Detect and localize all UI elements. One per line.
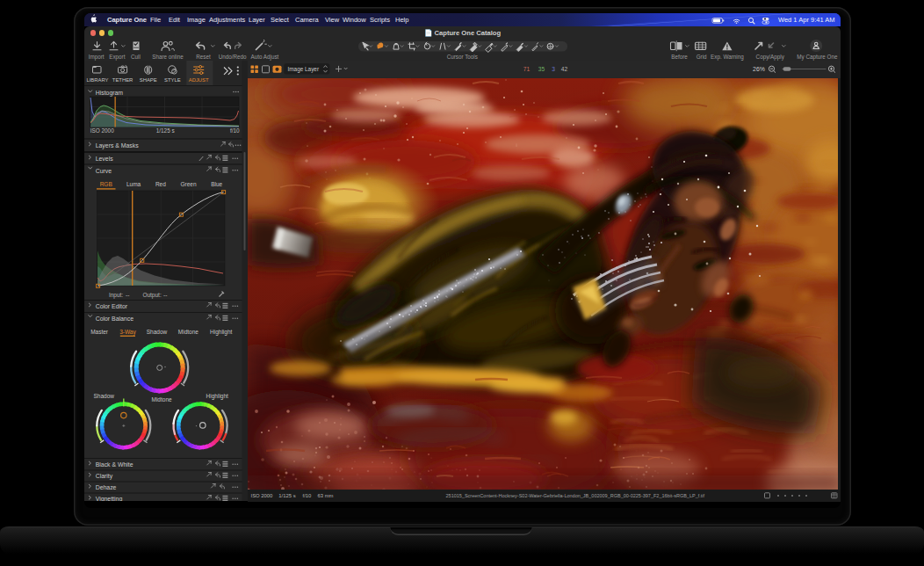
svg-text:TETHER: TETHER — [112, 77, 134, 83]
svg-text:f/10: f/10 — [302, 493, 312, 498]
svg-text:Red: Red — [155, 181, 166, 187]
svg-text:Vignetting: Vignetting — [96, 496, 123, 502]
svg-text:1/125 s: 1/125 s — [278, 493, 295, 498]
svg-text:Cull: Cull — [131, 54, 141, 60]
svg-text:Input:: Input: — [109, 292, 123, 299]
svg-text:Output:: Output: — [142, 292, 162, 299]
svg-text:Undo/Redo: Undo/Redo — [219, 54, 247, 60]
svg-text:3: 3 — [552, 66, 555, 72]
svg-text:Copy/Apply: Copy/Apply — [756, 54, 785, 61]
svg-text:--: -- — [126, 292, 129, 298]
svg-text:Color Editor: Color Editor — [96, 303, 128, 309]
svg-text:Luma: Luma — [126, 181, 141, 187]
svg-text:Clarity: Clarity — [96, 473, 113, 480]
svg-text:My Capture One: My Capture One — [797, 54, 838, 61]
svg-text:1/125 s: 1/125 s — [156, 127, 175, 134]
svg-text:LIBRARY: LIBRARY — [86, 77, 108, 83]
svg-text:251015_ScreenContent-Hockney-S: 251015_ScreenContent-Hockney-S02-Water-G… — [445, 493, 704, 498]
svg-text:Import: Import — [89, 54, 105, 61]
svg-text:ISO 2000: ISO 2000 — [250, 493, 273, 498]
svg-text:--: -- — [163, 292, 167, 298]
svg-text:Image Layer: Image Layer — [287, 66, 319, 73]
svg-text:Export: Export — [109, 54, 125, 61]
svg-text:Highlight: Highlight — [206, 393, 228, 400]
svg-text:RGB: RGB — [100, 181, 112, 187]
svg-text:Midtone: Midtone — [152, 396, 173, 403]
svg-text:Shadow: Shadow — [94, 393, 115, 399]
svg-text:71: 71 — [523, 66, 530, 72]
svg-text:Blue: Blue — [211, 181, 222, 187]
svg-text:Histogram: Histogram — [96, 90, 124, 97]
svg-text:Shadow: Shadow — [147, 329, 168, 335]
svg-text:Dehaze: Dehaze — [96, 484, 117, 490]
svg-text:3-Way: 3-Way — [119, 329, 136, 336]
svg-text:STYLE: STYLE — [164, 77, 181, 83]
svg-text:Grid: Grid — [697, 54, 707, 60]
svg-text:63 mm: 63 mm — [317, 493, 333, 498]
svg-text:ISO 2000: ISO 2000 — [90, 127, 114, 134]
svg-text:Midtone: Midtone — [178, 329, 199, 335]
svg-text:Color Balance: Color Balance — [96, 316, 134, 322]
svg-text:Exp. Warning: Exp. Warning — [711, 54, 744, 61]
svg-text:Levels: Levels — [96, 156, 113, 162]
svg-text:35: 35 — [538, 66, 545, 72]
svg-text:Master: Master — [90, 329, 109, 335]
svg-text:Curve: Curve — [96, 168, 112, 174]
svg-text:Share online: Share online — [152, 54, 184, 60]
svg-text:f/10: f/10 — [230, 127, 240, 134]
svg-text:ADJUST: ADJUST — [189, 77, 209, 83]
svg-text:Black & White: Black & White — [96, 461, 134, 468]
svg-text:Auto Adjust: Auto Adjust — [250, 54, 278, 61]
svg-text:Highlight: Highlight — [210, 329, 232, 336]
svg-text:Layers & Masks: Layers & Masks — [96, 142, 140, 149]
svg-text:Green: Green — [180, 181, 196, 187]
svg-text:SHAPE: SHAPE — [140, 77, 157, 83]
svg-text:Reset: Reset — [196, 54, 211, 60]
svg-text:Cursor Tools: Cursor Tools — [447, 54, 478, 60]
svg-text:26%: 26% — [753, 66, 765, 72]
svg-text:42: 42 — [560, 66, 567, 72]
svg-text:Before: Before — [671, 54, 688, 60]
